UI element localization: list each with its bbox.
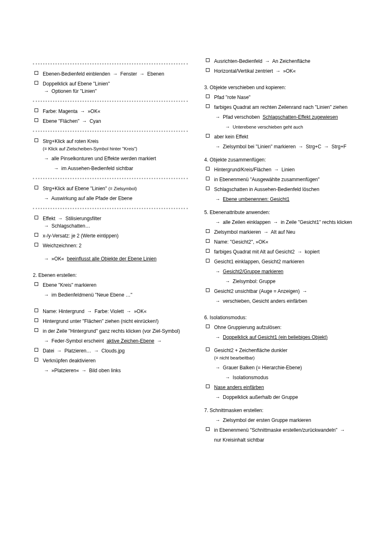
divider [33, 178, 188, 179]
checkbox-icon [35, 233, 38, 237]
checkbox-icon [206, 249, 210, 253]
item-path: Optionen für "Linien" [51, 88, 97, 94]
subsub-text: Zielsymbol: Gruppe [233, 279, 275, 284]
arrow-icon: → [44, 88, 49, 95]
checkbox-icon [35, 186, 38, 189]
section-title: 2. Ebenen erstellen: [33, 272, 188, 279]
divider [33, 101, 188, 102]
sub-item: nur Kreisinhalt sichtbar [204, 436, 359, 444]
arrow-icon: → [44, 367, 49, 374]
arrow-icon: → [324, 143, 329, 150]
item-text: Verknüpfen deaktivieren [43, 358, 96, 364]
arrow-icon: → [58, 215, 63, 222]
checkbox-icon [35, 81, 38, 85]
item-path: kopiert [305, 249, 320, 255]
divider [33, 131, 188, 132]
checkbox-icon [35, 71, 38, 75]
subsub-text: im Aussehen-Bedienfeld sichtbar [61, 166, 133, 171]
item-text: Zielsymbol bei "Linien" markieren [223, 144, 295, 150]
list-item: Farbe: Magenta → »OK« [33, 108, 188, 115]
item-path: Alt auf Neu [271, 229, 295, 235]
arrow-icon: → [82, 117, 87, 125]
checkbox-icon [206, 68, 210, 72]
item-text: x-/y-Versatz: je 2 (Werte eintippen) [43, 233, 119, 239]
item-path: im Bedienfeldmenü "Neue Ebene …" [51, 292, 132, 298]
list-item: Strg+Klick auf roten Kreis (= Klick auf … [33, 138, 188, 152]
item-path: Clouds.jpg [101, 348, 125, 354]
item-path: Platzieren… [65, 348, 91, 354]
sub-item: → Gesicht2/Gruppe markieren [204, 268, 359, 275]
item-text: Effekt [43, 216, 55, 221]
list-item: Verknüpfen deaktivieren [33, 357, 188, 364]
item-text: in der Zeile "Hintergrund" ganz rechts k… [43, 328, 180, 334]
right-column: Ausrichten-Bedienfeld → An Zeichenfläche… [204, 58, 359, 446]
list-item: farbiges Quadrat am rechten Zeilenrand n… [204, 104, 359, 111]
item-text: Hintergrund/Kreis/Flächen [214, 167, 271, 173]
arrow-icon: → [297, 248, 302, 256]
subsub-item: → Unterebene verschieben geht auch [204, 123, 359, 131]
checkbox-icon [206, 427, 210, 431]
arrow-icon: → [215, 113, 220, 121]
item-path: »Platzieren« [51, 368, 80, 373]
list-item: Name: Hintergrund → Farbe: Violett → »OK… [33, 308, 188, 315]
arrow-icon: → [215, 219, 220, 226]
item-text: farbiges Quadrat mit Alt auf Gesicht2 [214, 249, 295, 255]
arrow-icon: → [215, 364, 220, 371]
arrow-icon: → [302, 288, 307, 295]
arrow-icon: → [215, 268, 220, 275]
subsub-item: → im Aussehen-Bedienfeld sichtbar [33, 165, 188, 172]
item-text: in Ebenenmenü "Schnittmaske erstellen/zu… [214, 427, 337, 433]
checkbox-icon [35, 216, 38, 219]
list-item: aber kein Effekt [204, 133, 359, 140]
subsub-text: Isolationsmodus [233, 375, 268, 380]
arrow-icon: → [44, 195, 49, 202]
list-item: Name: "Gesicht2", »OK« [204, 238, 359, 246]
subsub-item: → Zielsymbol: Gruppe [204, 278, 359, 285]
sub-item: → im Bedienfeldmenü "Neue Ebene …" [33, 291, 188, 299]
list-item: Hintergrund unter "Flächen" ziehen (nich… [33, 318, 188, 325]
checkbox-icon [35, 358, 38, 362]
list-item: farbiges Quadrat mit Alt auf Gesicht2 → … [204, 248, 359, 256]
checkbox-icon [206, 187, 210, 190]
checkbox-icon [206, 385, 210, 388]
arrow-icon: → [54, 165, 59, 172]
list-item: Ebene "Kreis" markieren [33, 281, 188, 289]
arrow-icon: → [215, 417, 220, 424]
list-item: in Ebenenmenü "Schnittmaske erstellen/zu… [204, 426, 359, 434]
checkbox-icon [35, 118, 38, 122]
sub-text: Auswirkung auf alle Pfade der Ebene [51, 196, 132, 201]
item-path: verschieben, Gesicht anders einfärben [223, 298, 307, 304]
list-item: Datei → Platzieren… → Clouds.jpg [33, 347, 188, 355]
item-text: Weichzeichnen: 2 [43, 243, 82, 249]
item-text: Datei [43, 348, 54, 354]
sub-text: Schlagschatten-Effekt zugewiesen [263, 114, 338, 120]
sub-text: Grauer Balken (= Hierarchie-Ebene) [223, 365, 302, 371]
divider [33, 208, 188, 209]
item-path: Ebenen [147, 71, 164, 77]
item-text: Pfad "rote Nase" [214, 94, 251, 100]
checkbox-icon [35, 282, 38, 286]
list-item: Ebene "Flächen" → Cyan [33, 117, 188, 125]
checkbox-icon [206, 134, 210, 138]
item-text: Ausrichten-Bedienfeld [214, 58, 262, 64]
item-path: Linien [281, 167, 295, 173]
item-text: Gesicht2 unsichtbar (Auge = Anzeigen) [214, 288, 300, 294]
item-path: Schlagschatten… [51, 223, 90, 229]
sub-text: Feder-Symbol erscheint [51, 338, 104, 344]
list-item: Effekt → Stilisierungsfilter → Schlagsch… [33, 215, 188, 230]
checkbox-icon [206, 348, 210, 351]
item-path: »OK« [134, 309, 147, 314]
checkbox-icon [206, 239, 210, 243]
item-text: aber kein Effekt [214, 134, 248, 140]
checkbox-icon [206, 58, 210, 62]
arrow-icon: → [140, 70, 145, 78]
item-path: Ebene umbenennen: Gesicht1 [223, 196, 289, 202]
checkbox-icon [35, 108, 38, 112]
arrow-icon: → [215, 143, 220, 150]
checkbox-icon [35, 309, 38, 312]
arrow-icon: → [265, 58, 270, 65]
sub-item: → Doppelklick auf Gesicht1 (ein beliebig… [204, 334, 359, 341]
checkbox-icon [206, 288, 210, 292]
item-path: Strg+F [332, 144, 346, 150]
checkbox-icon [35, 348, 38, 352]
